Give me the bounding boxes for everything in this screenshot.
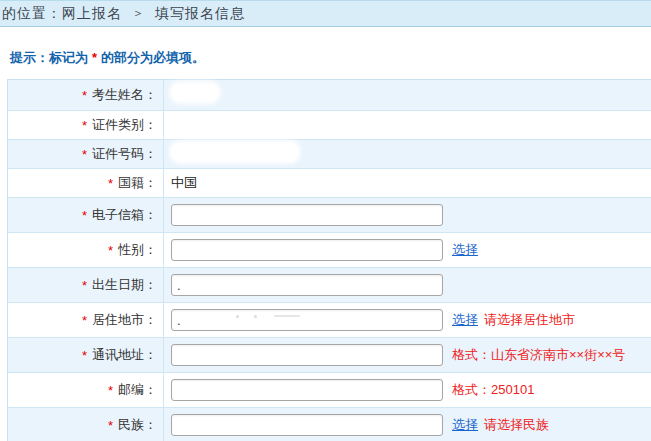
id-number-label: 证件号码：	[92, 145, 157, 163]
required-asterisk: *	[108, 176, 113, 191]
mailing-address-hint: 格式：山东省济南市××街××号	[452, 346, 625, 364]
nationality-label: 国籍：	[118, 174, 157, 192]
registration-form-table: * 考生姓名： * 证件类别： * 证件号码： * 国籍： 中	[7, 79, 651, 441]
id-type-label: 证件类别：	[92, 116, 157, 134]
birth-date-field[interactable]	[171, 274, 443, 296]
row-id-type: * 证件类别：	[8, 110, 651, 139]
required-asterisk: *	[108, 418, 113, 433]
required-asterisk: *	[82, 208, 87, 223]
candidate-name-label: 考生姓名：	[92, 86, 157, 104]
gender-field[interactable]	[171, 239, 443, 261]
row-candidate-name: * 考生姓名：	[8, 80, 651, 110]
postal-code-hint: 格式：250101	[452, 381, 534, 399]
redaction-patch	[172, 84, 218, 101]
row-nationality: * 国籍： 中国	[8, 168, 651, 197]
notice-text-pre: 提示：标记为	[10, 49, 88, 67]
required-asterisk: *	[82, 147, 87, 162]
required-asterisk: *	[82, 313, 87, 328]
required-fields-notice: 提示：标记为 * 的部分为必填项。	[10, 50, 651, 65]
ethnicity-select-link[interactable]: 选择	[452, 416, 478, 434]
required-asterisk: *	[82, 88, 87, 103]
row-ethnicity: * 民族： 选择 请选择民族	[8, 407, 651, 441]
row-gender: * 性别： 选择	[8, 232, 651, 267]
residence-city-hint: 请选择居住地市	[484, 311, 575, 329]
gender-select-link[interactable]: 选择	[452, 241, 478, 259]
residence-city-field[interactable]	[171, 309, 443, 331]
residence-city-label: 居住地市：	[92, 311, 157, 329]
breadcrumb-current: 填写报名信息	[155, 5, 245, 23]
censor-smudge	[274, 315, 300, 317]
breadcrumb-separator-icon: ＞	[132, 5, 145, 22]
row-residence-city: * 居住地市： 选择 请选择居住地市	[8, 302, 651, 337]
redaction-patch	[172, 143, 298, 161]
row-email: * 电子信箱：	[8, 197, 651, 232]
required-asterisk: *	[82, 348, 87, 363]
mailing-address-label: 通讯地址：	[92, 346, 157, 364]
email-label: 电子信箱：	[92, 206, 157, 224]
nationality-value: 中国	[171, 174, 197, 192]
required-asterisk: *	[92, 50, 97, 65]
birth-date-label: 出生日期：	[92, 276, 157, 294]
row-mailing-address: * 通讯地址： 格式：山东省济南市××街××号	[8, 337, 651, 372]
required-asterisk: *	[108, 383, 113, 398]
row-id-number: * 证件号码：	[8, 139, 651, 168]
postal-code-field[interactable]	[171, 379, 443, 401]
row-postal-code: * 邮编： 格式：250101	[8, 372, 651, 407]
ethnicity-label: 民族：	[118, 416, 157, 434]
email-field[interactable]	[171, 204, 443, 226]
required-asterisk: *	[82, 118, 87, 133]
required-asterisk: *	[82, 278, 87, 293]
row-birth-date: * 出生日期：	[8, 267, 651, 302]
ethnicity-field[interactable]	[171, 414, 443, 436]
required-asterisk: *	[108, 243, 113, 258]
notice-text-post: 的部分为必填项。	[101, 49, 205, 67]
breadcrumb-bar: 的位置：网上报名 ＞ 填写报名信息	[0, 0, 651, 27]
breadcrumb-prefix: 的位置：网上报名	[2, 5, 122, 23]
ethnicity-hint: 请选择民族	[484, 416, 549, 434]
residence-city-select-link[interactable]: 选择	[452, 311, 478, 329]
mailing-address-field[interactable]	[171, 344, 443, 366]
postal-code-label: 邮编：	[118, 381, 157, 399]
gender-label: 性别：	[118, 241, 157, 259]
